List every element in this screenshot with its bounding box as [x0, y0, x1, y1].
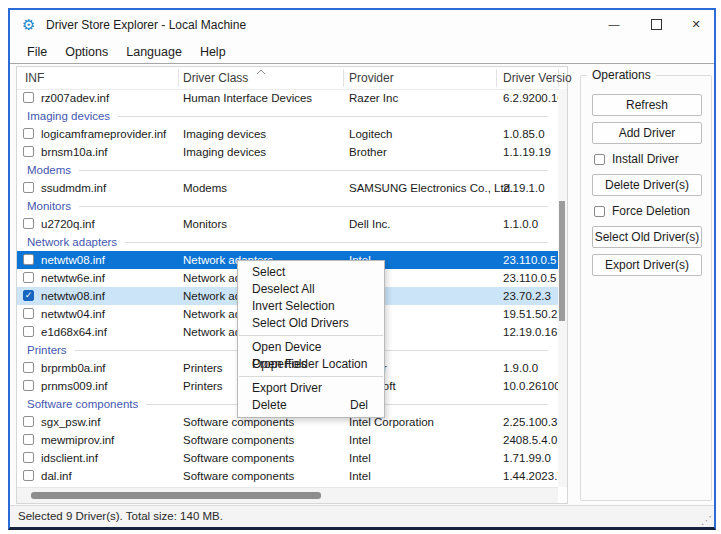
menu-separator — [239, 376, 383, 377]
group-header-row-monitors[interactable]: Monitors — [17, 197, 558, 215]
title-bar[interactable]: ⚙ Driver Store Explorer - Local Machine … — [10, 10, 714, 40]
menu-help[interactable]: Help — [191, 40, 235, 64]
group-header-row-imaging-devices[interactable]: Imaging devices — [17, 107, 558, 125]
row-checkbox-checked[interactable]: ✓ — [23, 290, 34, 301]
close-button[interactable]: ✕ — [678, 10, 714, 39]
column-header-driver-class[interactable]: Driver Class — [183, 67, 248, 89]
checkbox-label: Install Driver — [612, 152, 679, 166]
provider-cell: Intel — [349, 449, 371, 467]
context-menu-item-open-device-properties[interactable]: Open Device Properties — [238, 339, 384, 356]
row-checkbox[interactable] — [23, 362, 34, 373]
context-menu-item-delete[interactable]: DeleteDel — [238, 397, 384, 414]
driver-row[interactable]: u2720q.infMonitorsDell Inc.1.1.0.0 — [17, 215, 558, 233]
version-cell: 12.19.0.16 — [503, 323, 558, 341]
row-checkbox[interactable] — [23, 470, 34, 481]
menu-item-label: Open Folder Location — [252, 356, 367, 373]
row-checkbox[interactable] — [23, 182, 34, 193]
row-checkbox[interactable] — [23, 128, 34, 139]
export-driver-s-button[interactable]: Export Driver(s) — [592, 254, 702, 276]
version-cell: 10.0.26100.1 — [503, 377, 558, 395]
row-checkbox[interactable] — [23, 452, 34, 463]
menu-item-shortcut: Del — [350, 397, 368, 414]
class-cell: Imaging devices — [183, 125, 266, 143]
vertical-scrollbar-thumb[interactable] — [559, 201, 565, 321]
row-checkbox[interactable] — [23, 416, 34, 427]
version-cell: 2.25.100.3 — [503, 413, 558, 431]
menu-language[interactable]: Language — [117, 40, 191, 64]
column-header-driver-versio[interactable]: Driver Versio — [503, 67, 572, 89]
driver-row[interactable]: brnsm10a.infImaging devicesBrother1.1.19… — [17, 143, 558, 161]
add-driver-button[interactable]: Add Driver — [592, 122, 702, 144]
version-cell: 1.0.85.0 — [503, 125, 558, 143]
row-checkbox[interactable] — [23, 254, 34, 265]
status-text: Selected 9 Driver(s). Total size: 140 MB… — [18, 506, 223, 527]
maximize-button[interactable] — [638, 10, 674, 39]
column-header-provider[interactable]: Provider — [349, 67, 394, 89]
row-checkbox[interactable] — [23, 146, 34, 157]
version-cell: 2408.5.4.0 — [503, 431, 558, 449]
inf-cell: prnms009.inf — [41, 377, 107, 395]
row-checkbox[interactable] — [23, 92, 34, 103]
version-cell: 2.19.1.0 — [503, 179, 558, 197]
class-cell: Software components — [183, 467, 294, 485]
provider-cell: Dell Inc. — [349, 215, 391, 233]
menu-item-label: Select Old Drivers — [252, 315, 349, 332]
version-cell: 19.51.50.2 — [503, 305, 558, 323]
driver-row[interactable]: mewmiprov.infSoftware componentsIntel240… — [17, 431, 558, 449]
group-header-row-network-adapters[interactable]: Network adapters — [17, 233, 558, 251]
force-deletion-checkbox[interactable]: Force Deletion — [594, 204, 702, 218]
row-checkbox[interactable] — [23, 218, 34, 229]
driver-row[interactable]: ssudmdm.infModemsSAMSUNG Electronics Co.… — [17, 179, 558, 197]
driver-row[interactable]: dal.infSoftware componentsIntel1.44.2023… — [17, 467, 558, 485]
horizontal-scrollbar[interactable] — [17, 487, 558, 503]
context-menu-item-select[interactable]: Select — [238, 264, 384, 281]
context-menu-item-deselect-all[interactable]: Deselect All — [238, 281, 384, 298]
row-checkbox[interactable] — [23, 380, 34, 391]
inf-cell: idsclient.inf — [41, 449, 98, 467]
row-checkbox[interactable] — [23, 434, 34, 445]
select-old-driver-s-button[interactable]: Select Old Driver(s) — [592, 226, 702, 248]
version-cell: 23.110.0.5 — [503, 251, 558, 269]
resize-grip-icon[interactable]: ⋰ — [701, 515, 712, 526]
version-cell: 1.9.0.0 — [503, 359, 558, 377]
install-driver-checkbox[interactable]: Install Driver — [594, 152, 702, 166]
app-window: ⚙ Driver Store Explorer - Local Machine … — [8, 8, 716, 530]
version-cell: 23.70.2.3 — [503, 287, 558, 305]
row-checkbox[interactable] — [23, 308, 34, 319]
column-separator[interactable] — [343, 69, 344, 87]
context-menu-item-export-driver[interactable]: Export Driver — [238, 380, 384, 397]
version-cell: 23.110.0.5 — [503, 269, 558, 287]
minimize-button[interactable]: — — [596, 10, 632, 39]
group-header-row-modems[interactable]: Modems — [17, 161, 558, 179]
column-header-inf[interactable]: INF — [25, 67, 44, 89]
operations-controls: RefreshAdd DriverInstall DriverDelete Dr… — [592, 94, 702, 282]
row-checkbox[interactable] — [23, 326, 34, 337]
driver-row[interactable]: rz007adev.infHuman Interface DevicesRaze… — [17, 89, 558, 107]
version-cell: 1.1.0.0 — [503, 215, 558, 233]
vertical-scrollbar[interactable] — [558, 89, 567, 487]
provider-cell: SAMSUNG Electronics Co., Ltd. — [349, 179, 513, 197]
menu-item-label: Deselect All — [252, 281, 315, 298]
class-cell: Imaging devices — [183, 143, 266, 161]
menu-file[interactable]: File — [18, 40, 56, 64]
refresh-button[interactable]: Refresh — [592, 94, 702, 116]
menu-options[interactable]: Options — [56, 40, 117, 64]
version-cell: 6.2.9200.165 — [503, 89, 558, 107]
context-menu: SelectDeselect AllInvert SelectionSelect… — [237, 260, 385, 418]
context-menu-item-select-old-drivers[interactable]: Select Old Drivers — [238, 315, 384, 332]
context-menu-item-invert-selection[interactable]: Invert Selection — [238, 298, 384, 315]
class-cell: Printers — [183, 359, 223, 377]
column-separator[interactable] — [178, 69, 179, 87]
driver-row[interactable]: idsclient.infSoftware componentsIntel1.7… — [17, 449, 558, 467]
delete-driver-s-button[interactable]: Delete Driver(s) — [592, 174, 702, 196]
group-divider-line — [125, 242, 548, 243]
row-checkbox[interactable] — [23, 272, 34, 283]
column-separator[interactable] — [496, 69, 497, 87]
menu-item-label: Open Device Properties — [252, 339, 368, 356]
menu-bar: FileOptionsLanguageHelp — [10, 40, 714, 64]
driver-row[interactable]: logicamframeprovider.infImaging devicesL… — [17, 125, 558, 143]
provider-cell: Intel — [349, 431, 371, 449]
horizontal-scrollbar-thumb[interactable] — [31, 492, 321, 499]
menu-separator — [239, 335, 383, 336]
context-menu-item-open-folder-location[interactable]: Open Folder Location — [238, 356, 384, 373]
